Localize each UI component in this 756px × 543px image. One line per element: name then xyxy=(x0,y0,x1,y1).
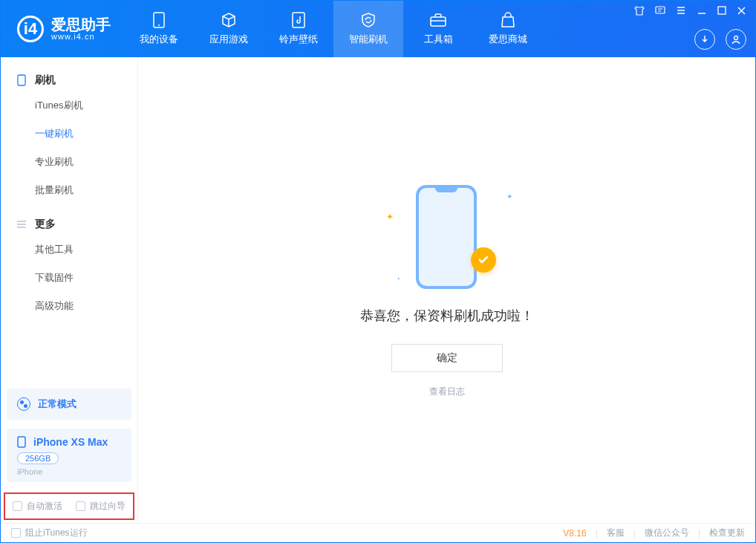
toolbox-icon xyxy=(428,12,448,28)
sidebar-section-more: 更多 xyxy=(1,218,137,231)
refresh-shield-icon xyxy=(359,12,378,28)
checkbox-label: 自动激活 xyxy=(27,500,62,513)
section-title: 更多 xyxy=(35,218,56,231)
header: i4 爱思助手 www.i4.cn 我的设备 应用游戏 铃声壁纸 智能刷机 工具… xyxy=(1,1,755,57)
statusbar-left: 阻止iTunes运行 xyxy=(11,527,88,539)
minimize-icon[interactable] xyxy=(697,5,707,16)
nav-toolbox[interactable]: 工具箱 xyxy=(403,1,473,57)
device-type: iPhone xyxy=(17,467,121,476)
checkbox-icon xyxy=(76,501,85,511)
titlebar-controls xyxy=(634,5,746,16)
nav-label: 智能刷机 xyxy=(349,33,388,46)
success-message: 恭喜您，保资料刷机成功啦！ xyxy=(360,307,534,325)
logo-text: 爱思助手 www.i4.cn xyxy=(51,17,111,41)
statusbar: 阻止iTunes运行 V8.16 | 客服 | 微信公众号 | 检查更新 xyxy=(1,523,755,542)
svg-rect-4 xyxy=(656,7,665,13)
svg-rect-7 xyxy=(18,75,25,85)
sidebar-list-more: 其他工具 下载固件 高级功能 xyxy=(1,235,137,320)
main-nav: 我的设备 应用游戏 铃声壁纸 智能刷机 工具箱 爱思商城 xyxy=(124,1,543,57)
nav-label: 工具箱 xyxy=(424,33,453,46)
feedback-icon[interactable] xyxy=(655,5,665,16)
nav-store[interactable]: 爱思商城 xyxy=(473,1,543,57)
mode-icon xyxy=(17,397,30,411)
sidebar-item-other-tools[interactable]: 其他工具 xyxy=(1,235,137,264)
svg-point-1 xyxy=(158,25,160,26)
logo-icon: i4 xyxy=(17,16,44,42)
device-phone-icon xyxy=(17,436,26,448)
close-icon[interactable] xyxy=(737,6,746,16)
nav-label: 应用游戏 xyxy=(209,33,248,46)
checkbox-skip-guide[interactable]: 跳过向导 xyxy=(76,500,126,513)
nav-label: 爱思商城 xyxy=(489,33,527,46)
svg-rect-5 xyxy=(718,7,726,14)
sidebar-list-flash: iTunes刷机 一键刷机 专业刷机 批量刷机 xyxy=(1,91,137,204)
sidebar-item-download-fw[interactable]: 下载固件 xyxy=(1,264,137,292)
nav-apps[interactable]: 应用游戏 xyxy=(194,1,264,57)
version-label: V8.16 xyxy=(563,528,586,539)
sidebar-item-pro-flash[interactable]: 专业刷机 xyxy=(1,148,137,176)
app-url: www.i4.cn xyxy=(51,32,111,41)
sidebar-scroll: 刷机 iTunes刷机 一键刷机 专业刷机 批量刷机 更多 其他工具 下载固件 … xyxy=(1,57,137,383)
sidebar-item-batch-flash[interactable]: 批量刷机 xyxy=(1,176,137,204)
app-name: 爱思助手 xyxy=(51,17,111,32)
checkbox-label: 阻止iTunes运行 xyxy=(25,527,88,539)
music-file-icon xyxy=(289,12,308,28)
user-button[interactable] xyxy=(726,29,746,50)
status-link-support[interactable]: 客服 xyxy=(607,527,625,539)
menu-icon[interactable] xyxy=(676,5,686,16)
sidebar-item-itunes-flash[interactable]: iTunes刷机 xyxy=(1,91,137,120)
status-link-wechat[interactable]: 微信公众号 xyxy=(645,527,689,539)
statusbar-right: V8.16 | 客服 | 微信公众号 | 检查更新 xyxy=(563,527,745,539)
checkbox-icon xyxy=(13,501,22,511)
body: 刷机 iTunes刷机 一键刷机 专业刷机 批量刷机 更多 其他工具 下载固件 … xyxy=(1,57,755,523)
nav-flash[interactable]: 智能刷机 xyxy=(333,1,403,57)
nav-label: 铃声壁纸 xyxy=(279,33,318,46)
download-button[interactable] xyxy=(694,29,715,50)
device-storage: 256GB xyxy=(17,452,59,464)
flash-options-highlight: 自动激活 跳过向导 xyxy=(4,492,134,520)
sidebar-item-oneclick-flash[interactable]: 一键刷机 xyxy=(1,120,137,148)
phone-icon xyxy=(16,74,27,86)
sidebar-section-flash: 刷机 xyxy=(1,74,137,87)
sparkle-icon: ✦ xyxy=(506,192,512,201)
nav-my-device[interactable]: 我的设备 xyxy=(124,1,194,57)
sidebar-item-advanced[interactable]: 高级功能 xyxy=(1,292,137,320)
account-controls xyxy=(694,29,746,50)
device-card[interactable]: iPhone XS Max 256GB iPhone xyxy=(7,429,131,482)
section-title: 刷机 xyxy=(35,74,56,87)
nav-label: 我的设备 xyxy=(140,33,178,46)
ok-button[interactable]: 确定 xyxy=(391,344,503,372)
sidebar: 刷机 iTunes刷机 一键刷机 专业刷机 批量刷机 更多 其他工具 下载固件 … xyxy=(1,57,138,523)
phone-illustration xyxy=(416,185,477,289)
status-link-update[interactable]: 检查更新 xyxy=(709,527,745,539)
svg-rect-8 xyxy=(18,437,25,447)
list-icon xyxy=(16,218,27,230)
check-badge-icon xyxy=(471,247,496,273)
main-content: ✦ ✦ • 恭喜您，保资料刷机成功啦！ 确定 查看日志 xyxy=(138,57,755,523)
device-icon xyxy=(149,12,169,28)
mode-card[interactable]: 正常模式 xyxy=(7,388,131,420)
nav-ringtones[interactable]: 铃声壁纸 xyxy=(264,1,333,57)
logo[interactable]: i4 爱思助手 www.i4.cn xyxy=(1,16,124,42)
checkbox-block-itunes[interactable]: 阻止iTunes运行 xyxy=(11,527,88,539)
maximize-icon[interactable] xyxy=(717,6,726,15)
svg-rect-3 xyxy=(431,17,446,26)
checkbox-label: 跳过向导 xyxy=(90,500,126,513)
bag-icon xyxy=(498,12,518,28)
svg-point-6 xyxy=(734,36,738,40)
header-right xyxy=(634,1,746,57)
checkbox-icon xyxy=(11,528,21,538)
sparkle-icon: • xyxy=(398,275,400,282)
checkbox-auto-activate[interactable]: 自动激活 xyxy=(13,500,62,513)
mode-label: 正常模式 xyxy=(38,397,76,411)
cube-icon xyxy=(219,12,238,28)
sparkle-icon: ✦ xyxy=(386,212,394,222)
device-name: iPhone XS Max xyxy=(33,436,108,448)
view-log-link[interactable]: 查看日志 xyxy=(429,386,465,398)
success-illustration: ✦ ✦ • xyxy=(403,182,492,293)
tshirt-icon[interactable] xyxy=(634,5,645,16)
